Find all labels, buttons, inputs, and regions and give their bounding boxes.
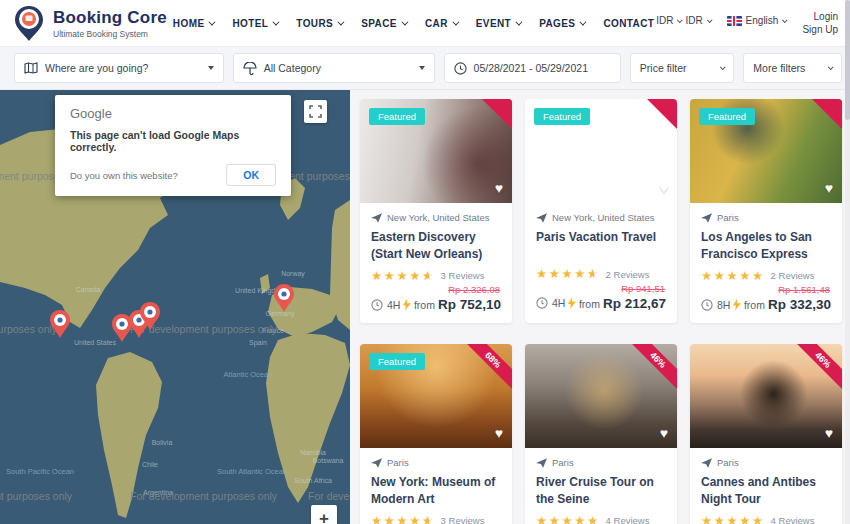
header-right: IDR IDR English Login Sign Up xyxy=(656,11,850,35)
booking-core-page: Booking Core Ultimate Booking System HOM… xyxy=(0,0,850,524)
chevron-down-icon xyxy=(828,64,834,70)
nav-label: PAGES xyxy=(539,18,575,29)
logo[interactable]: Booking Core Ultimate Booking System xyxy=(0,4,167,42)
star-rating: ★★★★★★ xyxy=(371,515,435,524)
review-count: 3 Reviews xyxy=(441,270,485,281)
nav-item-tours[interactable]: TOURS xyxy=(296,18,342,29)
discount-ribbon: 46% xyxy=(623,344,677,395)
nav-label: HOTEL xyxy=(232,18,268,29)
paper-plane-icon xyxy=(536,213,547,223)
wishlist-heart-icon[interactable]: ♥ xyxy=(825,425,833,441)
signup-link[interactable]: Sign Up xyxy=(802,24,838,35)
nav-item-event[interactable]: EVENT xyxy=(476,18,520,29)
nav-item-contact[interactable]: CONTACT xyxy=(603,18,654,29)
zoom-in-button[interactable]: + xyxy=(311,505,337,524)
map-pin[interactable] xyxy=(273,284,295,312)
tour-title[interactable]: New York: Museum of Modern Art xyxy=(371,474,501,508)
tour-duration: 4H xyxy=(387,299,400,311)
nav-item-pages[interactable]: PAGES xyxy=(539,18,584,29)
more-filters-dropdown[interactable]: More filters xyxy=(743,53,842,83)
nav-label: TOURS xyxy=(296,18,333,29)
login-link[interactable]: Login xyxy=(814,11,838,22)
old-price: Rp 941,51 xyxy=(536,283,666,295)
chevron-down-icon xyxy=(720,64,726,70)
corner-ribbon xyxy=(647,99,677,129)
nav-item-space[interactable]: SPACE xyxy=(361,18,406,29)
nav-label: CONTACT xyxy=(603,18,654,29)
tour-location: Paris xyxy=(552,457,574,468)
destination-select[interactable]: Where are you going? xyxy=(14,53,224,83)
wishlist-heart-icon[interactable]: ♥ xyxy=(660,180,668,196)
tour-title[interactable]: Eastern Discovery (Start New Orleans) xyxy=(371,229,501,263)
wishlist-heart-icon[interactable]: ♥ xyxy=(495,425,503,441)
nav-item-home[interactable]: HOME xyxy=(173,18,214,29)
destination-placeholder: Where are you going? xyxy=(45,62,148,74)
nav-item-hotel[interactable]: HOTEL xyxy=(232,18,277,29)
star-rating: ★★★★★ xyxy=(701,515,765,524)
dialog-message: This page can't load Google Maps correct… xyxy=(70,129,276,153)
logo-pin-icon xyxy=(12,4,46,42)
language-dropdown[interactable]: English xyxy=(727,15,787,26)
star-rating: ★★★★★★ xyxy=(371,270,435,283)
tour-card[interactable]: Featured ♥ New York, United States Easte… xyxy=(360,99,512,323)
star-rating: ★★★★★ xyxy=(701,270,765,283)
tour-card[interactable]: 46% ♥ Paris River Cruise Tour on the Sei… xyxy=(525,344,677,524)
main-nav: HOMEHOTELTOURSSPACECAREVENTPAGESCONTACT xyxy=(173,18,655,29)
scrollbar-thumb[interactable] xyxy=(845,0,850,120)
discount-ribbon: 46% xyxy=(788,344,842,395)
main-content: CanadaUnited StatesNorwayUnited KingdomG… xyxy=(0,90,850,524)
wishlist-heart-icon[interactable]: ♥ xyxy=(825,180,833,196)
tour-card[interactable]: 46% ♥ Paris Cannes and Antibes Night Tou… xyxy=(690,344,842,524)
tour-card-grid: Featured ♥ New York, United States Easte… xyxy=(360,99,850,524)
nav-label: CAR xyxy=(425,18,448,29)
tour-location: New York, United States xyxy=(387,212,489,223)
uk-flag-icon xyxy=(727,16,742,26)
corner-ribbon xyxy=(812,99,842,129)
from-label: from xyxy=(414,299,435,311)
featured-badge: Featured xyxy=(534,108,590,125)
tour-card[interactable]: Featured ♥ Paris Los Angeles to San Fran… xyxy=(690,99,842,323)
corner-ribbon xyxy=(482,99,512,129)
chevron-down-icon xyxy=(580,18,587,25)
review-count: 4 Reviews xyxy=(606,515,650,524)
tour-card[interactable]: Featured 68% ♥ Paris New York: Museum of… xyxy=(360,344,512,524)
date-range-input[interactable]: 05/28/2021 - 05/29/2021 xyxy=(444,53,621,83)
card-body: Paris New York: Museum of Modern Art ★★★… xyxy=(360,448,512,524)
paper-plane-icon xyxy=(371,458,382,468)
google-maps-error-dialog: Google This page can't load Google Maps … xyxy=(55,95,291,196)
discount-ribbon: 68% xyxy=(458,344,512,395)
old-price: Rp 2.326,08 xyxy=(371,284,501,296)
ok-button[interactable]: OK xyxy=(226,164,276,186)
nav-label: HOME xyxy=(173,18,205,29)
tour-title[interactable]: River Cruise Tour on the Seine xyxy=(536,474,666,508)
map-icon xyxy=(24,62,38,74)
review-count: 4 Reviews xyxy=(771,515,815,524)
star-rating: ★★★★★★ xyxy=(536,268,600,281)
tour-title[interactable]: Los Angeles to San Francisco Express xyxy=(701,229,831,263)
tour-price: Rp 212,67 xyxy=(603,296,666,311)
top-header: Booking Core Ultimate Booking System HOM… xyxy=(0,0,850,46)
map-pin[interactable] xyxy=(139,302,161,330)
category-select[interactable]: All Category xyxy=(233,53,435,83)
fullscreen-icon xyxy=(309,105,322,118)
old-price: Rp 1.561,48 xyxy=(701,284,831,296)
paper-plane-icon xyxy=(536,458,547,468)
wishlist-heart-icon[interactable]: ♥ xyxy=(660,425,668,441)
tour-price: Rp 332,30 xyxy=(768,297,831,312)
map-canvas[interactable]: CanadaUnited StatesNorwayUnited KingdomG… xyxy=(0,90,350,524)
tour-title[interactable]: Cannes and Antibes Night Tour xyxy=(701,474,831,508)
page-scrollbar[interactable] xyxy=(845,0,850,524)
fullscreen-button[interactable] xyxy=(304,100,327,123)
currency-dropdown[interactable]: IDR IDR xyxy=(656,15,710,26)
star-rating: ★★★★★ xyxy=(536,515,600,524)
tour-card[interactable]: Featured ♥ New York, United States Paris… xyxy=(525,99,677,323)
nav-item-car[interactable]: CAR xyxy=(425,18,457,29)
paper-plane-icon xyxy=(701,458,712,468)
map-pin[interactable] xyxy=(49,310,71,338)
wishlist-heart-icon[interactable]: ♥ xyxy=(495,180,503,196)
from-label: from xyxy=(579,298,600,310)
tour-image: Featured ♥ xyxy=(525,99,677,203)
site-title: Booking Core xyxy=(53,8,167,28)
tour-title[interactable]: Paris Vacation Travel xyxy=(536,229,666,261)
price-filter-dropdown[interactable]: Price filter xyxy=(630,53,735,83)
